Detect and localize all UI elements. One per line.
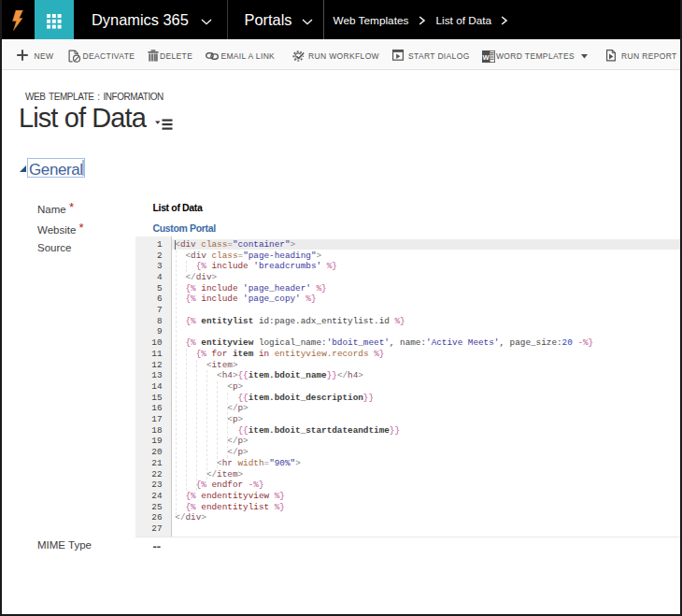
svg-text:W: W	[483, 53, 490, 62]
